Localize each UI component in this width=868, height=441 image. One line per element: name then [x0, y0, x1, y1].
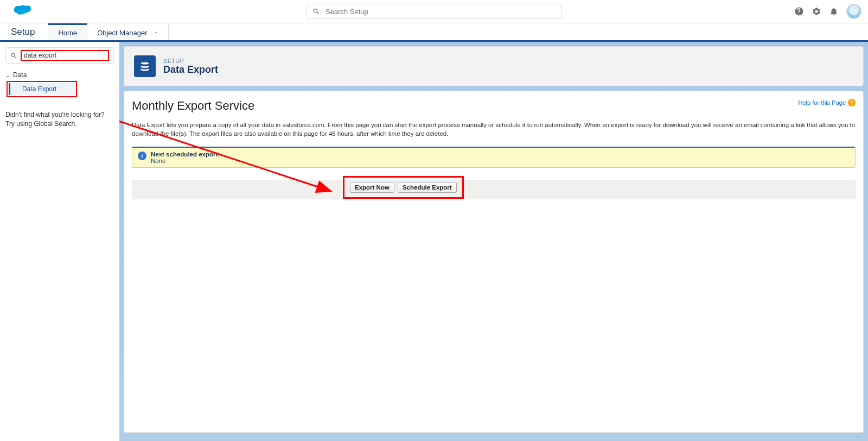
schedule-export-button[interactable]: Schedule Export — [398, 182, 457, 193]
tab-label: Object Manager — [97, 29, 148, 37]
annotation-highlight — [21, 50, 109, 61]
tab-label: Home — [58, 29, 77, 37]
content-card: Monthly Export Service Help for this Pag… — [124, 91, 864, 433]
setup-sidebar: ⌄ Data Data Export Didn't find what you'… — [0, 42, 119, 441]
main-area: SETUP Data Export Monthly Export Service… — [119, 42, 868, 441]
action-bar: Export Now Schedule Export — [132, 180, 856, 199]
annotation-highlight: Data Export — [7, 81, 77, 97]
bell-icon[interactable] — [829, 7, 839, 16]
page-title: Data Export — [163, 64, 218, 75]
service-header: Monthly Export Service Help for this Pag… — [132, 99, 856, 113]
next-export-info: i Next scheduled export: None — [132, 147, 856, 168]
header-utility-icons — [794, 4, 861, 19]
info-text: Next scheduled export: None — [151, 151, 220, 164]
page-header-text: SETUP Data Export — [163, 58, 218, 75]
annotation-highlight: Export Now Schedule Export — [343, 176, 464, 199]
search-icon — [312, 8, 320, 15]
chevron-down-icon: ⌄ — [5, 72, 10, 78]
not-found-line1: Didn't find what you're looking for? — [5, 111, 105, 118]
global-search[interactable] — [307, 4, 561, 19]
not-found-hint: Didn't find what you're looking for? Try… — [5, 110, 114, 129]
export-now-button[interactable]: Export Now — [350, 182, 394, 193]
help-link[interactable]: Help for this Page ? — [799, 99, 856, 106]
help-icon: ? — [848, 99, 856, 106]
page-header-crumb: SETUP — [163, 58, 218, 64]
salesforce-logo[interactable] — [13, 4, 33, 20]
setup-nav-title: Setup — [11, 23, 48, 40]
tree-category-label: Data — [13, 71, 27, 79]
next-export-value: None — [151, 158, 220, 164]
quick-find-input[interactable] — [24, 52, 106, 59]
search-icon — [10, 52, 17, 59]
body: ⌄ Data Data Export Didn't find what you'… — [0, 42, 868, 441]
help-icon[interactable] — [794, 7, 804, 16]
service-description: Data Export lets you prepare a copy of a… — [132, 121, 856, 138]
tab-home[interactable]: Home — [48, 23, 87, 40]
user-avatar[interactable] — [846, 4, 861, 19]
gear-icon[interactable] — [812, 7, 821, 16]
tree-item-data-export[interactable]: Data Export — [9, 83, 75, 95]
service-title: Monthly Export Service — [132, 99, 254, 113]
tab-object-manager[interactable]: Object Manager — [87, 23, 169, 40]
not-found-line2: Try using Global Search. — [5, 120, 77, 128]
quick-find[interactable] — [5, 47, 114, 64]
global-search-input[interactable] — [326, 8, 556, 16]
data-export-icon — [134, 55, 156, 77]
setup-nav-bar: Setup Home Object Manager — [0, 23, 868, 42]
help-label: Help for this Page — [799, 99, 846, 106]
next-export-label: Next scheduled export: — [151, 151, 220, 158]
global-header — [0, 0, 868, 23]
page-header: SETUP Data Export — [124, 46, 864, 86]
tree-category-data[interactable]: ⌄ Data — [5, 71, 114, 79]
chevron-down-icon — [153, 29, 158, 37]
info-icon: i — [138, 152, 146, 160]
